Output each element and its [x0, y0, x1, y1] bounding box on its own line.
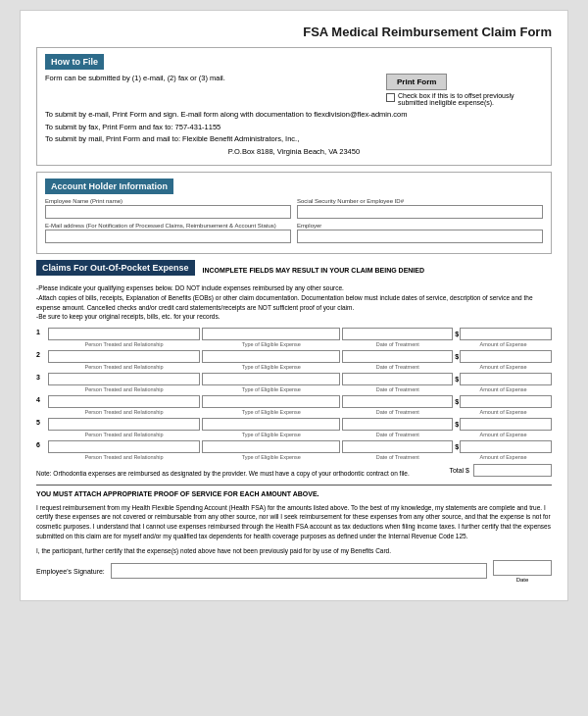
row3-type-label: Type of Eligible Expense [202, 386, 340, 392]
expense-row-4: 4 Person Treated and Relationship Type o… [36, 395, 552, 415]
row1-dollar: $ [455, 331, 459, 337]
row5-amount-col: $ Amount of Expense [455, 418, 552, 437]
row4-date-input[interactable] [342, 395, 453, 408]
expense-row-3: 3 Person Treated and Relationship Type o… [36, 373, 552, 392]
row2-type-input[interactable] [202, 350, 340, 363]
how-to-file-right: Print Form Check box if this is to offse… [386, 74, 543, 106]
expense-row-1: 1 Person Treated and Relationship Type o… [36, 328, 552, 347]
row1-amount-label: Amount of Expense [455, 341, 552, 347]
row5-amount-label: Amount of Expense [455, 432, 552, 437]
total-label: Total $ [449, 467, 469, 474]
row5-type-col: Type of Eligible Expense [202, 418, 340, 437]
row5-person-label: Person Treated and Relationship [48, 432, 200, 437]
row2-amount-input[interactable] [460, 350, 552, 363]
row1-person-col: Person Treated and Relationship [48, 328, 200, 347]
row6-amount-label: Amount of Expense [455, 454, 552, 460]
row4-dollar: $ [455, 398, 459, 405]
row1-amount-input[interactable] [460, 328, 552, 340]
row6-date-col: Date of Treatment [342, 440, 453, 460]
row3-date-input[interactable] [342, 373, 453, 385]
row4-person-label: Person Treated and Relationship [48, 409, 200, 415]
submit-line-1: Form can be submitted by (1) e-mail, (2)… [45, 74, 386, 84]
date-input[interactable] [493, 560, 552, 576]
row3-type-col: Type of Eligible Expense [202, 373, 340, 392]
expense-row-2: 2 Person Treated and Relationship Type o… [36, 350, 552, 370]
employer-label: Employer [297, 223, 543, 229]
date-field: Date [493, 560, 552, 583]
account-row-1: Employee Name (Print name) Social Securi… [45, 198, 543, 219]
row3-person-label: Person Treated and Relationship [48, 386, 200, 392]
row3-date-col: Date of Treatment [342, 373, 453, 392]
employee-name-input[interactable] [45, 205, 291, 219]
claims-warning: INCOMPLETE FIELDS MAY RESULT IN YOUR CLA… [203, 267, 424, 274]
email-label: E-Mail address (For Notification of Proc… [45, 223, 291, 229]
row4-amount-input[interactable] [460, 395, 552, 408]
offset-checkbox[interactable] [386, 93, 395, 102]
row6-type-input[interactable] [202, 440, 340, 453]
account-holder-header: Account Holder Information [45, 179, 173, 194]
row1-amount-row: $ [455, 328, 552, 340]
how-to-file-section: How to File Form can be submitted by (1)… [36, 47, 552, 166]
cert-title: YOU MUST ATTACH APPROPRIATE PROOF OF SER… [36, 489, 552, 500]
row5-amount-input[interactable] [460, 418, 552, 431]
print-form-button[interactable]: Print Form [386, 74, 447, 90]
row2-type-label: Type of Eligible Expense [202, 364, 340, 370]
row5-person-col: Person Treated and Relationship [48, 418, 200, 437]
row4-amount-label: Amount of Expense [455, 409, 552, 415]
row2-amount-col: $ Amount of Expense [455, 350, 552, 370]
page-title: FSA Medical Reimbursement Claim Form [36, 25, 552, 39]
ssn-input[interactable] [297, 205, 543, 219]
row2-date-col: Date of Treatment [342, 350, 453, 370]
participant-note: I, the participant, further certify that… [36, 547, 552, 554]
date-label: Date [516, 577, 529, 583]
offset-checkbox-row: Check box if this is to offset previousl… [386, 92, 543, 106]
employer-field: Employer [297, 223, 543, 243]
row5-date-input[interactable] [342, 418, 453, 431]
row-num-4: 4 [36, 395, 46, 415]
row6-dollar: $ [455, 443, 459, 450]
row5-amount-row: $ [455, 418, 552, 431]
instruction-1: -Please indicate your qualifying expense… [36, 283, 552, 293]
row2-date-input[interactable] [342, 350, 453, 363]
row6-amount-input[interactable] [460, 440, 552, 453]
signature-input[interactable] [111, 563, 487, 579]
row4-amount-col: $ Amount of Expense [455, 395, 552, 415]
row-num-6: 6 [36, 440, 46, 460]
row4-person-input[interactable] [48, 395, 200, 408]
row1-person-input[interactable] [48, 328, 200, 340]
row2-person-input[interactable] [48, 350, 200, 363]
expense-row-6: 6 Person Treated and Relationship Type o… [36, 440, 552, 460]
row6-date-input[interactable] [342, 440, 453, 453]
offset-checkbox-label: Check box if this is to offset previousl… [398, 92, 543, 106]
row3-type-input[interactable] [202, 373, 340, 385]
row2-person-label: Person Treated and Relationship [48, 364, 200, 370]
submit-line-3: To submit by fax, Print Form and fax to:… [45, 123, 543, 133]
row4-type-input[interactable] [202, 395, 340, 408]
total-input[interactable] [473, 464, 552, 477]
total-row: Total $ [449, 464, 552, 477]
certification-section: YOU MUST ATTACH APPROPRIATE PROOF OF SER… [36, 489, 552, 541]
orthodontia-total-row: Note: Orthodontia expenses are reimburse… [36, 464, 552, 481]
expense-row-5: 5 Person Treated and Relationship Type o… [36, 418, 552, 437]
row6-amount-row: $ [455, 440, 552, 453]
row3-amount-label: Amount of Expense [455, 386, 552, 392]
divider [36, 485, 552, 486]
row6-person-input[interactable] [48, 440, 200, 453]
row1-date-input[interactable] [342, 328, 453, 340]
how-to-file-left: Form can be submitted by (1) e-mail, (2)… [45, 74, 386, 86]
row3-person-col: Person Treated and Relationship [48, 373, 200, 392]
row1-type-input[interactable] [202, 328, 340, 340]
row4-amount-row: $ [455, 395, 552, 408]
cert-text: I request reimbursement from my Health F… [36, 503, 552, 541]
row-num-2: 2 [36, 350, 46, 370]
ssn-label: Social Security Number or Employee ID# [297, 198, 543, 204]
row5-type-input[interactable] [202, 418, 340, 431]
row3-person-input[interactable] [48, 373, 200, 385]
row5-person-input[interactable] [48, 418, 200, 431]
row2-amount-label: Amount of Expense [455, 364, 552, 370]
employer-input[interactable] [297, 230, 543, 243]
row2-type-col: Type of Eligible Expense [202, 350, 340, 370]
email-input[interactable] [45, 230, 291, 243]
row3-amount-input[interactable] [460, 373, 552, 385]
row6-date-label: Date of Treatment [342, 454, 453, 460]
